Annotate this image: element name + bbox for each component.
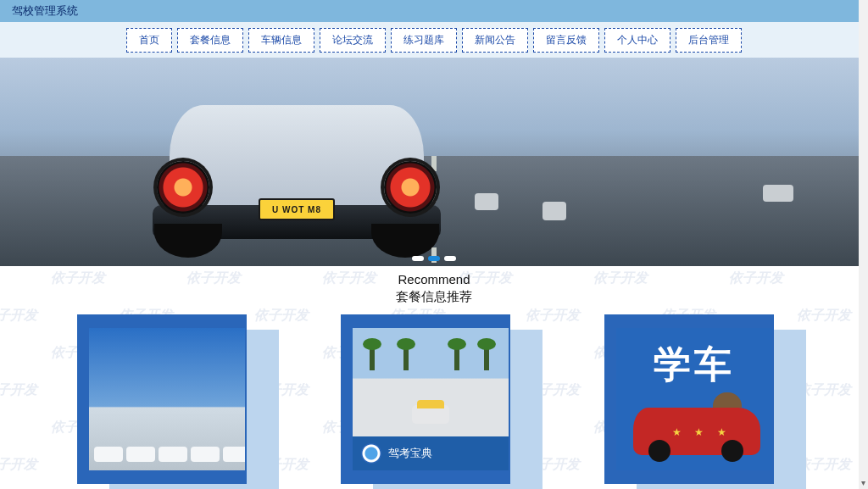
app-header: 驾校管理系统 [0,0,868,22]
nav-item[interactable]: 套餐信息 [177,28,243,53]
recommend-heading-zh: 套餐信息推荐 [0,288,868,305]
scrollbar[interactable]: ▾ [859,0,868,489]
main-nav: 首页套餐信息车辆信息论坛交流练习题库新闻公告留言反馈个人中心后台管理 [0,22,868,58]
recommend-card-image [89,328,245,470]
card-badge-bar: 驾考宝典 [353,436,509,470]
recommend-card[interactable]: 驾考宝典 [341,314,527,484]
card-stars: ★ ★ ★ [672,426,732,438]
recommend-card-image: 驾考宝典 [353,328,509,470]
nav-item[interactable]: 练习题库 [391,28,457,53]
nav-item[interactable]: 新闻公告 [462,28,528,53]
hero-license-plate: U WOT M8 [259,198,335,220]
recommend-card-image: 学车 ★ ★ ★ [616,328,772,470]
nav-item[interactable]: 首页 [126,28,172,53]
nav-item[interactable]: 个人中心 [604,28,670,53]
card-badge-label: 驾考宝典 [388,446,432,461]
carousel-dot[interactable] [444,256,456,261]
carousel-dot[interactable] [412,256,424,261]
hero-far-car [542,202,566,220]
recommend-card[interactable] [77,314,264,484]
hero-far-car [475,193,498,210]
nav-item[interactable]: 车辆信息 [248,28,314,53]
hero-far-car [763,185,793,202]
card-graphic-text: 学车 [616,340,772,390]
carousel-dot[interactable] [428,256,440,261]
chevron-down-icon[interactable]: ▾ [859,478,868,487]
badge-icon [361,443,381,464]
hero-carousel[interactable]: U WOT M8 [0,58,868,266]
carousel-dots [412,256,456,261]
recommend-heading-en: Recommend [0,271,868,288]
hero-car: U WOT M8 [127,97,466,258]
recommend-heading: Recommend 套餐信息推荐 [0,271,868,306]
nav-item[interactable]: 留言反馈 [533,28,599,53]
app-title: 驾校管理系统 [12,3,78,19]
recommend-cards-row: 驾考宝典 学车 ★ ★ ★ [0,314,868,484]
nav-item[interactable]: 后台管理 [676,28,742,53]
nav-item[interactable]: 论坛交流 [320,28,386,53]
recommend-card[interactable]: 学车 ★ ★ ★ [604,314,791,484]
